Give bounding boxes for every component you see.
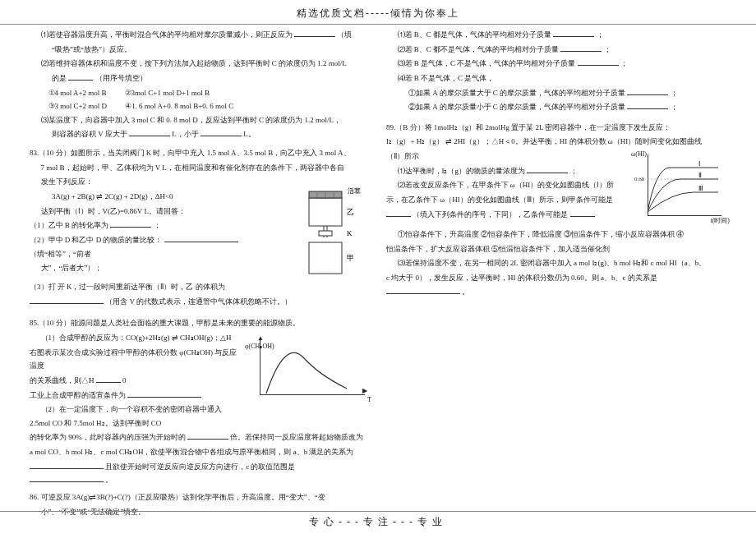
text: 工业上合成甲醇的适宜条件为 [30, 391, 126, 399]
blank[interactable] [96, 376, 121, 383]
val-060: 0.60 [634, 174, 644, 185]
q82-1: ⑴若使容器温度升高，平衡时混合气体的平均相对摩尔质量减小，则正反应为 （填 [30, 28, 370, 42]
blank[interactable] [164, 236, 238, 242]
text: 倍。若保持同一反应温度将起始物质改为 [230, 433, 363, 441]
text: 。 [462, 288, 469, 296]
blank[interactable] [30, 463, 104, 469]
q82-2b: 的是 （用序号填空） [30, 71, 370, 85]
text: ； [671, 89, 678, 97]
q89-opts2: 恒温条件下，扩大反应容器体积 ⑤恒温恒容条件下，加入适当催化剂 [386, 242, 726, 256]
q83-b: 7 mol B，起始时，甲、乙体积均为 V L，在相同温度和有催化剂存在的条件下… [30, 161, 370, 175]
text: c 均大于 0），发生反应，达平衡时，HI 的体积分数仍为 0.60。则 a、b… [386, 274, 657, 282]
q83-d: 达到平衡（Ⅰ）时，V(乙)=0.86V L。请回答： [30, 205, 241, 219]
r1: ⑴若 B、C 都是气体，气体的平均相对分子质量 ； [386, 28, 726, 42]
text: ②如果 A 的摩尔质量小于 C 的摩尔质量，气体的平均相对分子质量 [408, 103, 625, 111]
r6: ②如果 A 的摩尔质量小于 C 的摩尔质量，气体的平均相对分子质量 ； [386, 100, 726, 114]
arrow-right-icon: ▶ [362, 385, 367, 398]
text: ⑶若 B 是气体，C 不是气体，气体的平均相对分子质量 [398, 59, 576, 67]
k-label: K [347, 229, 353, 237]
text: 的是 [52, 74, 67, 82]
apparatus-diagram: 活塞 乙 K 甲 [279, 183, 370, 282]
blank[interactable] [30, 476, 104, 482]
text: ⑴若使容器温度升高，平衡时混合气体的平均相对摩尔质量减小，则正反应为 [41, 30, 293, 39]
blank[interactable] [129, 130, 170, 136]
q85: 85.（10 分）能源问题是人类社会面临的重大课题，甲醇是未来的重要的能源物质。 [30, 316, 370, 330]
svg-rect-8 [309, 242, 342, 274]
text: ； [604, 45, 611, 53]
blank[interactable] [386, 210, 411, 217]
q82-2: ⑵若维持容器体积和温度不变，按下列方法加入起始物质，达到平衡时 C 的浓度仍为 … [30, 57, 370, 71]
opt-a: ①4 mol A+2 mol B [48, 86, 107, 100]
y-label: ω(HI) [631, 149, 647, 161]
x-label: T [367, 394, 371, 407]
piston-label: 活塞 [348, 187, 361, 195]
blank[interactable] [294, 30, 335, 37]
left-column: ⑴若使容器温度升高，平衡时混合气体的平均相对摩尔质量减小，则正反应为 （填 “吸… [30, 28, 370, 519]
q85-g: a mol CO、b mol H₂、c mol CH₃OH，欲使平衡混合物中各组… [30, 445, 370, 459]
q83-head: 83.（10 分）如图所示，当关闭阀门 K 时，向甲中充入 1.5 mol A、… [30, 146, 370, 160]
q85-e: （2）在一定温度下，向一个容积不变的密闭容器中通入 2.5mol CO 和 7.… [30, 403, 370, 430]
text: ； [671, 103, 678, 111]
q83-i: （用含 V 的代数式表示，连通管中气体体积忽略不计。） [30, 295, 370, 309]
q89-h: c 均大于 0），发生反应，达平衡时，HI 的体积分数仍为 0.60。则 a、b… [386, 271, 726, 298]
text: ①如果 A 的摩尔质量大于 C 的摩尔质量，气体的平均相对分子质量 [408, 89, 625, 97]
svg-rect-7 [319, 231, 332, 236]
text: 的转化率为 90%，此时容器内的压强为开始时的 [30, 433, 186, 441]
blank[interactable] [560, 45, 602, 52]
options-row-1: ①4 mol A+2 mol B ②3mol C+1 mol D+1 mol B [30, 86, 370, 100]
yi-label: 乙 [347, 208, 354, 216]
curve-2-label: Ⅱ [698, 172, 702, 179]
blank[interactable] [187, 433, 228, 440]
blank[interactable] [570, 210, 595, 217]
curve-1-label: Ⅰ [698, 160, 700, 168]
page-header: 精选优质文档-----倾情为你奉上 [0, 0, 756, 25]
q83-g: 大”，“后者大”）； [30, 261, 241, 275]
r2: ⑵若 B、C 都不是气体，气体的平均相对分子质量 ； [386, 43, 726, 57]
text: 且欲使开始时可逆反应向逆反应方向进行，c 的取值范围是 [105, 463, 295, 471]
text: （2）甲中 D 和乙中 D 的物质的量比较： [30, 236, 163, 244]
blank[interactable] [110, 221, 151, 228]
text: （填“相等”，“前者 [30, 250, 91, 258]
q82-3: ⑶某温度下，向容器中加入 3 mol C 和 0. 8 mol D，反应达到平衡… [30, 113, 370, 127]
text: 则容器的容积 V 应大于 [52, 130, 127, 138]
blank[interactable] [127, 390, 201, 397]
q85-h: 且欲使开始时可逆反应向逆反应方向进行，c 的取值范围是 。 [30, 460, 370, 487]
text: 0 [122, 376, 127, 384]
blank[interactable] [201, 130, 242, 136]
blank[interactable] [30, 297, 104, 304]
text: ⑴若 B、C 都是气体，气体的平均相对分子质量 [398, 30, 552, 39]
text: ⑵若 B、C 都不是气体，气体的平均相对分子质量 [398, 45, 560, 53]
q89-opts1: ①恒容条件下，升高温度 ②恒容条件下，降低温度 ③恒温条件下，缩小反应容器体积 … [386, 228, 726, 242]
text: ； [154, 221, 161, 229]
r3: ⑶若 B 是气体，C 不是气体，气体的平均相对分子质量 ； [386, 57, 726, 71]
curve-chart: ▲ ▶ φ(CH₃OH) T [247, 331, 370, 405]
q82-3b: 则容器的容积 V 应大于 L，小于 L。 [30, 127, 370, 141]
x-label: t(时间) [710, 215, 730, 228]
text: 的关系曲线，则△H [30, 376, 94, 384]
q89-eq: I₂（g）+ H₂（g） ⇌ 2HI（g）；△H＜0。并达平衡，HI 的体积分数… [386, 135, 726, 149]
opt-d: ④1. 6 mol A+0. 8 mol B+0. 6 mol C [125, 99, 233, 113]
text: （用含 V 的代数式表示，连通管中气体体积忽略不计。） [105, 297, 292, 306]
text: （填 [337, 30, 352, 39]
blank[interactable] [68, 74, 93, 81]
q83-h: （3）打 开 K，过一段时间重新达平衡（Ⅱ）时，乙 的体积为 [30, 280, 370, 294]
svg-rect-0 [309, 198, 342, 226]
omega-chart: ω(HI) t(时间) 0.60 Ⅰ Ⅱ Ⅲ [636, 150, 726, 228]
text: 。 [105, 476, 113, 484]
curve-path [265, 346, 355, 395]
blank[interactable] [386, 288, 460, 294]
q86: 86. 可逆反应 3A(g)⇌3B(?)+C(?)（正反应吸热）达到化学平衡后，… [30, 490, 370, 504]
q83-eq: 3A(g) + 2B(g) ⇌ 2C(g) + 2D(g)，ΔH<0 [30, 190, 241, 204]
text: ； [620, 59, 628, 67]
blank[interactable] [627, 88, 668, 94]
blank[interactable] [527, 167, 568, 173]
q83-e: （1）乙中 B 的转化率为 ； [30, 219, 241, 232]
blank[interactable] [578, 59, 619, 66]
text: L，小于 [172, 130, 199, 138]
r5: ①如果 A 的摩尔质量大于 C 的摩尔质量，气体的平均相对分子质量 ； [386, 86, 726, 100]
blank[interactable] [553, 30, 594, 37]
text: （1）乙中 B 的转化率为 [30, 221, 108, 229]
r4: ⑷若 B 不是气体，C 是气体， [386, 71, 726, 85]
options-row-2: ③3 mol C+2 mol D ④1. 6 mol A+0. 8 mol B+… [30, 99, 370, 113]
blank[interactable] [627, 103, 668, 109]
